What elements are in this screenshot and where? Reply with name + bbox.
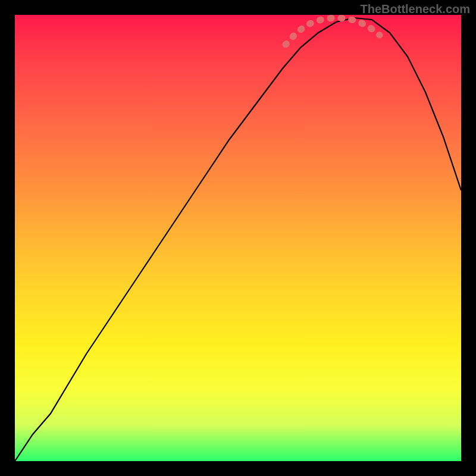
chart-curve-svg bbox=[15, 15, 461, 461]
bottleneck-curve bbox=[15, 18, 461, 461]
optimal-range-marker bbox=[286, 18, 380, 45]
gradient-plot-area bbox=[15, 15, 461, 461]
watermark-text: TheBottleneck.com bbox=[361, 2, 470, 16]
